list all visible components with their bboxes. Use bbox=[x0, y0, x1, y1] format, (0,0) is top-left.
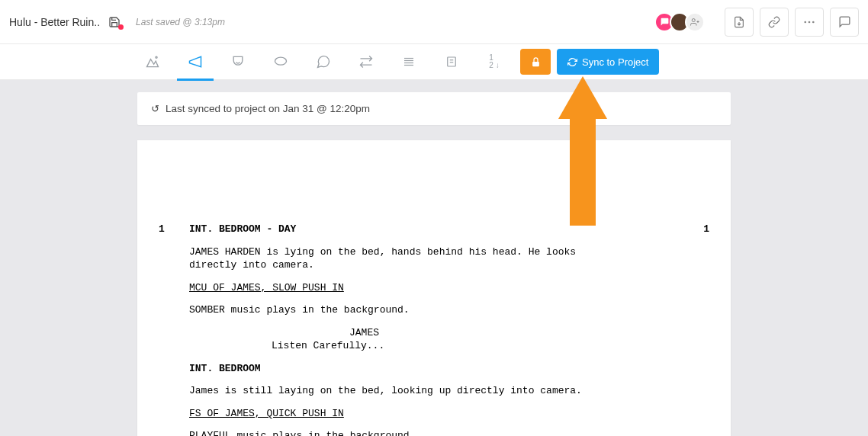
last-saved-text: Last saved @ 3:13pm bbox=[136, 17, 225, 27]
svg-rect-13 bbox=[448, 57, 456, 66]
unsaved-dot-icon bbox=[118, 24, 124, 30]
action-line: PLAYFUL music plays in the background. bbox=[189, 429, 601, 436]
header-right bbox=[659, 8, 859, 37]
sync-button-label: Sync to Project bbox=[582, 56, 648, 68]
character-tool[interactable] bbox=[217, 44, 259, 80]
action-line: JAMES HARDEN is lying on the bed, hands … bbox=[189, 245, 601, 272]
svg-point-4 bbox=[804, 21, 806, 23]
character-line: JAMES bbox=[189, 326, 679, 340]
comments-button[interactable] bbox=[830, 8, 859, 37]
svg-point-5 bbox=[809, 21, 811, 23]
scene-number-left: 1 bbox=[159, 223, 165, 236]
sync-to-project-button[interactable]: Sync to Project bbox=[557, 49, 659, 75]
speech-tool[interactable] bbox=[259, 44, 302, 80]
content-area: Last synced to project on Jan 31 @ 12:20… bbox=[0, 80, 868, 436]
lock-button[interactable] bbox=[520, 49, 551, 75]
action-line: SOMBER music plays in the background. bbox=[189, 303, 601, 317]
sync-icon bbox=[567, 57, 577, 67]
scene-number-right: 1 bbox=[703, 223, 709, 236]
svg-point-6 bbox=[812, 21, 815, 23]
scene-heading: INT. BEDROOM bbox=[189, 362, 679, 376]
export-pdf-button[interactable] bbox=[725, 8, 754, 37]
dialogue-line: Listen Carefully... bbox=[189, 339, 510, 353]
svg-point-8 bbox=[275, 57, 287, 65]
save-icon[interactable] bbox=[108, 16, 121, 28]
shot-line: MCU OF JAMES, SLOW PUSH IN bbox=[189, 281, 679, 295]
last-synced-banner: Last synced to project on Jan 31 @ 12:20… bbox=[137, 92, 731, 125]
more-options-button[interactable] bbox=[795, 8, 824, 37]
refresh-icon bbox=[151, 103, 159, 114]
transition-tool[interactable] bbox=[345, 44, 387, 80]
comment-tool[interactable] bbox=[302, 44, 345, 80]
last-synced-text: Last synced to project on Jan 31 @ 12:20… bbox=[166, 103, 370, 114]
document-title: Hulu - Better Ruin.. bbox=[9, 16, 101, 28]
note-tool[interactable] bbox=[430, 44, 473, 80]
action-line: James is still laying on the bed, lookin… bbox=[189, 384, 601, 398]
svg-point-0 bbox=[692, 18, 695, 21]
add-collaborator-button[interactable] bbox=[685, 12, 705, 32]
collaborators bbox=[659, 12, 705, 32]
toolbar: 12 ↓ Sync to Project bbox=[0, 44, 868, 80]
svg-point-7 bbox=[156, 56, 157, 58]
scene-tool[interactable] bbox=[131, 44, 174, 80]
numbering-tool[interactable]: 12 ↓ bbox=[473, 44, 516, 80]
top-header: Hulu - Better Ruin.. Last saved @ 3:13pm bbox=[0, 0, 868, 44]
shot-line: FS OF JAMES, QUICK PUSH IN bbox=[189, 407, 679, 421]
svg-rect-16 bbox=[532, 61, 539, 66]
script-page[interactable]: 1 1 INT. BEDROOM - DAY JAMES HARDEN is l… bbox=[137, 140, 731, 436]
scene-heading: INT. BEDROOM - DAY bbox=[189, 223, 679, 236]
announce-tool[interactable] bbox=[174, 44, 217, 80]
link-button[interactable] bbox=[760, 8, 789, 37]
lines-tool[interactable] bbox=[387, 44, 430, 80]
